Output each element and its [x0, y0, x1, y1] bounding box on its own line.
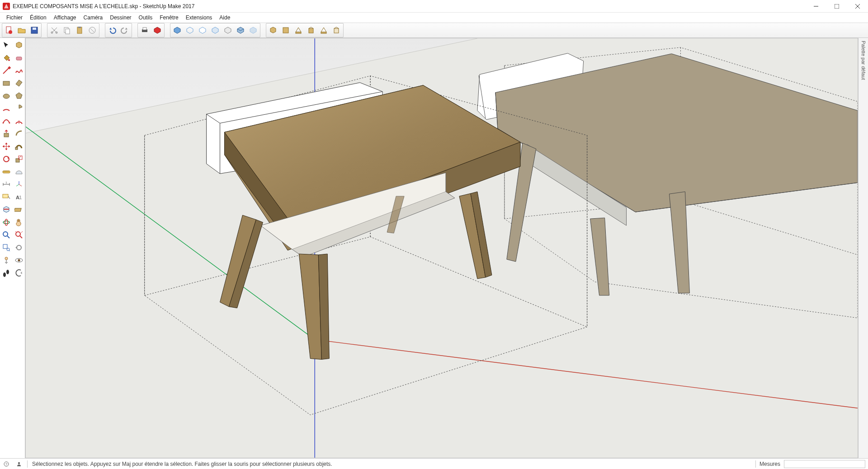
rotate-tool[interactable]	[0, 153, 13, 165]
protractor-tool[interactable]	[13, 165, 25, 178]
svg-rect-36	[14, 208, 21, 211]
new-button[interactable]	[3, 24, 15, 36]
style-tex-button[interactable]	[235, 24, 246, 36]
section-plane-tool[interactable]	[13, 203, 25, 216]
style-shaded-button[interactable]	[171, 24, 183, 36]
menu-edition[interactable]: Édition	[26, 14, 50, 22]
paint-bucket-tool[interactable]	[0, 52, 13, 64]
line-tool[interactable]	[0, 64, 13, 77]
pushpull-tool[interactable]	[0, 127, 13, 140]
circle-tool[interactable]	[0, 89, 13, 102]
viewport-3d[interactable]	[25, 38, 858, 458]
offset-tool[interactable]	[13, 127, 25, 140]
eraser-tool[interactable]	[13, 52, 25, 64]
svg-rect-31	[3, 171, 10, 173]
menu-fichier[interactable]: Fichier	[3, 14, 26, 22]
svg-rect-17	[321, 32, 326, 33]
menu-affichage[interactable]: Affichage	[50, 14, 80, 22]
view-top-button[interactable]	[280, 24, 292, 36]
move-tool[interactable]	[0, 140, 13, 153]
followme-tool[interactable]	[13, 140, 25, 153]
model3d-button[interactable]	[151, 24, 163, 36]
toolbar-undo-group	[105, 23, 132, 38]
svg-rect-15	[296, 32, 301, 33]
menu-dessiner[interactable]: Dessiner	[106, 14, 135, 22]
section-tool[interactable]	[0, 203, 13, 216]
svg-rect-18	[334, 28, 339, 33]
print-button[interactable]	[139, 24, 151, 36]
svg-point-48	[6, 270, 9, 274]
redo-button[interactable]	[119, 24, 131, 36]
style-mono-button[interactable]	[209, 24, 221, 36]
look-around-tool[interactable]	[13, 254, 25, 267]
svg-point-38	[5, 219, 8, 225]
zoom-extents-tool[interactable]	[13, 229, 25, 241]
cut-button[interactable]	[48, 24, 60, 36]
menu-outils[interactable]: Outils	[135, 14, 156, 22]
svg-point-2	[9, 30, 12, 34]
window-buttons	[806, 0, 868, 13]
svg-text:1: 1	[5, 181, 7, 184]
view-front-button[interactable]	[292, 24, 304, 36]
default-tray-tab[interactable]: Palette par défaut	[858, 38, 868, 458]
arc3-tool[interactable]	[0, 115, 13, 127]
scale-tool[interactable]	[13, 153, 25, 165]
status-bar: ? Sélectionnez les objets. Appuyez sur M…	[0, 458, 868, 469]
open-button[interactable]	[16, 24, 28, 36]
svg-rect-41	[3, 244, 7, 249]
style-hidden-button[interactable]	[197, 24, 208, 36]
svg-rect-8	[66, 29, 70, 34]
3dtext-tool[interactable]: A1	[13, 191, 25, 203]
zoom-window-tool[interactable]	[0, 241, 13, 254]
svg-point-44	[5, 257, 8, 260]
view-left-button[interactable]	[330, 24, 342, 36]
style-wire-button[interactable]	[184, 24, 196, 36]
app-icon	[3, 3, 10, 10]
previous-view-tool[interactable]	[13, 241, 25, 254]
eye-tool[interactable]	[13, 267, 25, 279]
save-button[interactable]	[28, 24, 40, 36]
zoom-tool[interactable]	[0, 229, 13, 241]
view-iso-button[interactable]	[267, 24, 279, 36]
svg-rect-33	[3, 194, 8, 198]
menu-camera[interactable]: Caméra	[80, 14, 107, 22]
polygon-tool[interactable]	[13, 89, 25, 102]
view-right-button[interactable]	[305, 24, 317, 36]
measurements-label: Mesures	[760, 461, 784, 467]
close-button[interactable]	[847, 0, 868, 13]
svg-point-23	[3, 94, 9, 98]
dimension-tool[interactable]: 1	[0, 178, 13, 191]
pie-tool[interactable]	[13, 102, 25, 115]
tapemeasure-tool[interactable]	[0, 165, 13, 178]
minimize-button[interactable]	[806, 0, 826, 13]
style-xray-button[interactable]	[247, 24, 259, 36]
user-icon[interactable]	[15, 460, 23, 468]
measurements-input[interactable]	[784, 460, 865, 468]
orbit-tool[interactable]	[0, 216, 13, 229]
copy-button[interactable]	[61, 24, 73, 36]
view-back-button[interactable]	[318, 24, 330, 36]
pan-tool[interactable]	[13, 216, 25, 229]
rectangle-tool[interactable]	[0, 77, 13, 89]
undo-button[interactable]	[106, 24, 118, 36]
menu-extensions[interactable]: Extensions	[182, 14, 216, 22]
select-tool[interactable]	[0, 39, 13, 52]
help-icon[interactable]: ?	[3, 460, 10, 468]
text-tool[interactable]	[0, 191, 13, 203]
arc-center-tool[interactable]	[13, 115, 25, 127]
menu-aide[interactable]: Aide	[216, 14, 234, 22]
toolbar-file-group	[2, 23, 42, 38]
toolbar-edit-group	[47, 23, 99, 38]
walk-tool[interactable]	[0, 267, 13, 279]
delete-button[interactable]	[86, 24, 98, 36]
menu-fenetre[interactable]: Fenêtre	[156, 14, 182, 22]
arc-tool[interactable]	[0, 102, 13, 115]
rotated-rect-tool[interactable]	[13, 77, 25, 89]
position-camera-tool[interactable]	[0, 254, 13, 267]
paste-button[interactable]	[74, 24, 85, 36]
axes-tool[interactable]	[13, 178, 25, 191]
freehand-tool[interactable]	[13, 64, 25, 77]
maximize-button[interactable]	[826, 0, 847, 13]
make-component-tool[interactable]	[13, 39, 25, 52]
style-white-button[interactable]	[222, 24, 234, 36]
